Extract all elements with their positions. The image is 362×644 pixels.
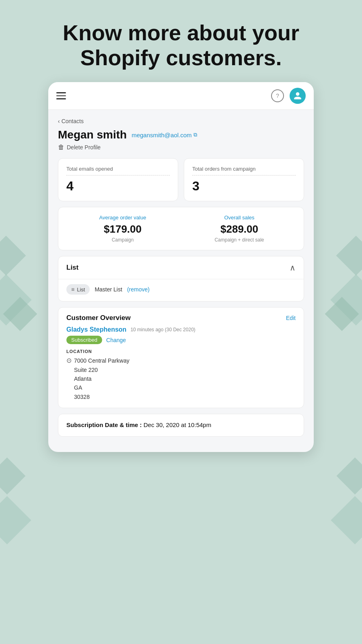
customer-name-row: Gladys Stephenson 10 minutes ago (30 Dec… xyxy=(66,326,296,333)
overall-sales-metric: Overall sales $289.00 Campaign + direct … xyxy=(183,215,296,243)
avg-order-value: $179.00 xyxy=(104,223,142,235)
stats-row: Total emails opened 4 Total orders from … xyxy=(58,158,304,201)
pin-icon: ⊙ xyxy=(66,357,72,364)
address-line3: Atlanta xyxy=(74,376,92,382)
profile-name: Megan smith xyxy=(58,128,127,141)
hero-heading: Know more about your Shopify customers. xyxy=(0,0,362,82)
emails-opened-label: Total emails opened xyxy=(66,166,170,175)
nav-bar: ? xyxy=(48,82,314,110)
overview-header: Customer Overview Edit xyxy=(58,308,304,326)
avg-order-sublabel: Campaign xyxy=(112,237,134,243)
address-line1: 7000 Central Parkway xyxy=(74,357,130,364)
address-text: 7000 Central Parkway Suite 220 Atlanta G… xyxy=(74,356,130,401)
trash-icon: 🗑 xyxy=(58,144,64,151)
subscribed-badge: Subscribed xyxy=(66,336,102,344)
customer-overview-section: Customer Overview Edit Gladys Stephenson… xyxy=(58,307,304,408)
remove-link[interactable]: (remove) xyxy=(127,286,150,293)
overview-title: Customer Overview xyxy=(66,314,131,322)
chevron-up-icon: ∧ xyxy=(290,263,296,272)
list-section: List ∧ ≡ List Master List (remove) xyxy=(58,256,304,301)
overall-sales-label: Overall sales xyxy=(224,215,254,221)
subscription-date: Dec 30, 2020 at 10:54pm xyxy=(144,421,211,428)
list-section-body: ≡ List Master List (remove) xyxy=(58,279,304,301)
metrics-card: Average order value $179.00 Campaign Ove… xyxy=(58,207,304,250)
timestamp: 10 minutes ago (30 Dec 2020) xyxy=(130,327,195,332)
menu-icon[interactable] xyxy=(56,92,66,99)
app-card: ? ‹ Contacts Megan smith megansmith@aol.… xyxy=(48,82,314,452)
address-line2: Suite 220 xyxy=(74,367,98,373)
orders-campaign-label: Total orders from campaign xyxy=(192,166,296,175)
external-link-icon: ⧉ xyxy=(193,132,197,138)
location-row: ⊙ 7000 Central Parkway Suite 220 Atlanta… xyxy=(66,356,296,401)
avg-order-label: Average order value xyxy=(99,215,146,221)
overall-sales-sublabel: Campaign + direct sale xyxy=(214,237,264,243)
delete-profile-label: Delete Profile xyxy=(67,144,101,151)
subscription-text: Subscription Date & time : Dec 30, 2020 … xyxy=(66,421,296,430)
list-lines-icon: ≡ xyxy=(71,286,74,293)
list-tag-label: List xyxy=(77,287,85,293)
delete-profile-button[interactable]: 🗑 Delete Profile xyxy=(58,144,101,151)
location-label: LOCATION xyxy=(66,349,296,354)
list-section-header[interactable]: List ∧ xyxy=(58,256,304,279)
subscription-card: Subscription Date & time : Dec 30, 2020 … xyxy=(58,414,304,437)
profile-email[interactable]: megansmith@aol.com ⧉ xyxy=(132,132,197,138)
email-text: megansmith@aol.com xyxy=(132,132,191,138)
change-link[interactable]: Change xyxy=(106,337,126,343)
avatar-icon[interactable] xyxy=(290,88,306,104)
subscription-label: Subscription Date & time : xyxy=(66,421,142,428)
main-content: ‹ Contacts Megan smith megansmith@aol.co… xyxy=(48,110,314,452)
nav-right: ? xyxy=(271,88,306,104)
overall-sales-value: $289.00 xyxy=(220,223,258,235)
breadcrumb[interactable]: ‹ Contacts xyxy=(58,118,304,124)
breadcrumb-chevron: ‹ xyxy=(58,118,60,124)
edit-link[interactable]: Edit xyxy=(286,315,296,321)
emails-opened-value: 4 xyxy=(66,179,170,194)
status-row: Subscribed Change xyxy=(66,336,296,344)
overview-body: Gladys Stephenson 10 minutes ago (30 Dec… xyxy=(58,326,304,408)
nav-left xyxy=(56,92,66,99)
help-icon[interactable]: ? xyxy=(271,89,284,102)
orders-campaign-value: 3 xyxy=(192,179,296,194)
profile-header: Megan smith megansmith@aol.com ⧉ xyxy=(58,128,304,141)
list-section-title: List xyxy=(66,264,78,272)
customer-name[interactable]: Gladys Stephenson xyxy=(66,326,126,333)
orders-campaign-card: Total orders from campaign 3 xyxy=(184,158,304,201)
master-list-text: Master List xyxy=(95,286,122,293)
address-line5: 30328 xyxy=(74,394,90,400)
avg-order-metric: Average order value $179.00 Campaign xyxy=(66,215,179,243)
breadcrumb-label: Contacts xyxy=(62,118,84,124)
emails-opened-card: Total emails opened 4 xyxy=(58,158,178,201)
address-line4: GA xyxy=(74,384,82,391)
list-tag: ≡ List xyxy=(66,284,90,295)
